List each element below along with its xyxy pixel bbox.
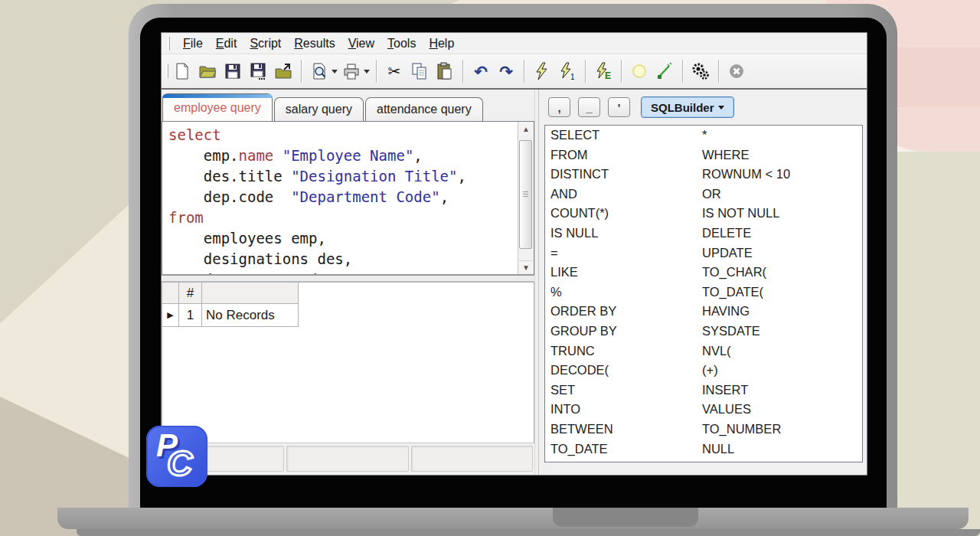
grid-header-number: #	[179, 283, 202, 304]
print-preview-button[interactable]	[308, 60, 331, 83]
keyword-item[interactable]: UPDATE	[702, 246, 862, 266]
keyword-item[interactable]: SET	[550, 383, 702, 403]
code-line: select	[168, 125, 518, 145]
keyword-item[interactable]: WHERE	[702, 148, 862, 168]
tab-employee-query[interactable]: employee query	[162, 93, 273, 121]
keyword-item[interactable]: INSERT	[702, 383, 862, 403]
keyword-item[interactable]: =	[550, 246, 702, 266]
scroll-up-arrow-icon[interactable]: ▲	[519, 122, 533, 136]
keyword-item[interactable]: GROUP BY	[550, 324, 702, 344]
keyword-item[interactable]: TO_CHAR(	[702, 265, 862, 285]
keyword-item[interactable]: NULL	[702, 442, 862, 462]
print-button[interactable]	[340, 60, 363, 83]
pen-check-button[interactable]	[653, 60, 676, 83]
sqlbuilder-dropdown[interactable]: SQLBuilder	[641, 96, 734, 118]
keyword-item[interactable]: ROWNUM < 10	[702, 167, 862, 187]
keyword-item[interactable]: %	[550, 285, 702, 305]
menu-item-file[interactable]: File	[183, 37, 203, 51]
save-button[interactable]	[221, 60, 244, 83]
save-as-button[interactable]	[247, 60, 270, 83]
run-edit-button[interactable]: E	[592, 60, 615, 83]
keyword-item[interactable]: (+)	[702, 363, 862, 383]
menu-item-view[interactable]: View	[348, 37, 374, 51]
print-icon	[342, 62, 361, 80]
keyword-row: ORDER BYHAVING	[550, 304, 862, 324]
keyword-item[interactable]: OR	[702, 187, 862, 207]
keyword-item[interactable]: TO_DATE(	[702, 285, 862, 305]
keyword-item[interactable]: DECODE(	[550, 363, 702, 383]
toolbar-separator	[718, 60, 719, 83]
scrollbar-thumb[interactable]	[519, 140, 532, 249]
export-folder-button[interactable]	[272, 60, 295, 83]
menu-item-results[interactable]: Results	[294, 37, 335, 51]
print-dropdown-icon[interactable]	[364, 70, 370, 74]
keyword-item[interactable]: SELECT	[550, 128, 702, 148]
copy-button[interactable]	[408, 60, 431, 83]
toolbar-separator	[585, 60, 586, 83]
menu-item-edit[interactable]: Edit	[216, 37, 237, 51]
row-number[interactable]: 1	[179, 304, 202, 327]
keyword-item[interactable]: INTO	[550, 402, 702, 422]
toolbar-separator	[376, 60, 377, 83]
chevron-down-icon	[718, 106, 724, 109]
row-value[interactable]: No Records	[202, 304, 299, 327]
keyword-item[interactable]: TRUNC	[550, 344, 702, 364]
run-single-button[interactable]: 1	[556, 60, 579, 83]
keyword-item[interactable]: SYSDATE	[702, 324, 862, 344]
menu-item-help[interactable]: Help	[429, 37, 454, 51]
editor-scrollbar[interactable]: ▲ ▼	[518, 122, 534, 274]
tab-label: attendance query	[377, 103, 472, 116]
sql-editor[interactable]: select emp.name "Employee Name", des.tit…	[162, 121, 534, 274]
query-panel: employee query salary query attendance q…	[162, 90, 534, 475]
menu-item-script[interactable]: Script	[250, 37, 281, 51]
cut-button[interactable]: ✂	[383, 60, 406, 83]
code-line: from	[168, 208, 518, 228]
keyword-item[interactable]: NVL(	[702, 344, 862, 364]
keyword-item[interactable]: DISTINCT	[550, 167, 702, 187]
highlight-button[interactable]	[628, 60, 651, 83]
redo-button[interactable]: ↷	[495, 60, 518, 83]
keyword-row: FROMWHERE	[550, 148, 862, 168]
stop-button[interactable]	[725, 60, 748, 83]
code-area[interactable]: select emp.name "Employee Name", des.tit…	[162, 122, 518, 274]
horizontal-splitter[interactable]	[162, 274, 534, 282]
row-marker-icon[interactable]: ▶	[162, 304, 179, 327]
run-script-button[interactable]	[531, 60, 554, 83]
status-segment-3	[411, 446, 533, 472]
toolbar-separator	[524, 60, 524, 83]
keyword-item[interactable]: *	[702, 128, 862, 148]
keyword-item[interactable]: AND	[550, 187, 702, 207]
undo-button[interactable]: ↶	[469, 60, 492, 83]
settings-button[interactable]	[689, 60, 712, 83]
keyword-item[interactable]: COUNT(*)	[550, 206, 702, 226]
menu-item-tools[interactable]: Tools	[387, 37, 416, 51]
keyword-item[interactable]: BETWEEN	[550, 422, 702, 442]
keyword-item[interactable]: LIKE	[550, 265, 702, 285]
new-file-button[interactable]	[171, 60, 194, 83]
insert-underscore-button[interactable]: _	[578, 97, 600, 117]
keyword-item[interactable]: TO_DATE	[550, 442, 702, 462]
svg-text:1: 1	[570, 73, 575, 80]
keyword-item[interactable]: IS NULL	[550, 226, 702, 246]
insert-comma-button[interactable]: ,	[548, 97, 570, 117]
toolbar-grip	[166, 64, 168, 78]
keyword-item[interactable]: HAVING	[702, 304, 862, 324]
pc-logo: P C	[146, 426, 207, 487]
tab-label: salary query	[286, 103, 352, 116]
keyword-item[interactable]: ORDER BY	[550, 304, 702, 324]
scroll-down-arrow-icon[interactable]: ▼	[519, 260, 533, 274]
paste-button[interactable]	[433, 60, 456, 83]
toolbar-separator	[682, 60, 683, 83]
print-preview-dropdown-icon[interactable]	[332, 70, 338, 74]
tab-attendance-query[interactable]: attendance query	[365, 97, 483, 121]
tab-salary-query[interactable]: salary query	[274, 97, 364, 121]
keyword-item[interactable]: VALUES	[702, 402, 862, 422]
insert-quote-button[interactable]: '	[608, 97, 630, 117]
keyword-item[interactable]: DELETE	[702, 226, 862, 246]
keyword-item[interactable]: IS NOT NULL	[702, 206, 862, 226]
query-tabs: employee query salary query attendance q…	[162, 90, 534, 121]
open-file-button[interactable]	[196, 60, 219, 83]
keyword-item[interactable]: FROM	[550, 148, 702, 168]
print-preview-icon	[310, 62, 328, 80]
keyword-item[interactable]: TO_NUMBER	[702, 422, 862, 442]
